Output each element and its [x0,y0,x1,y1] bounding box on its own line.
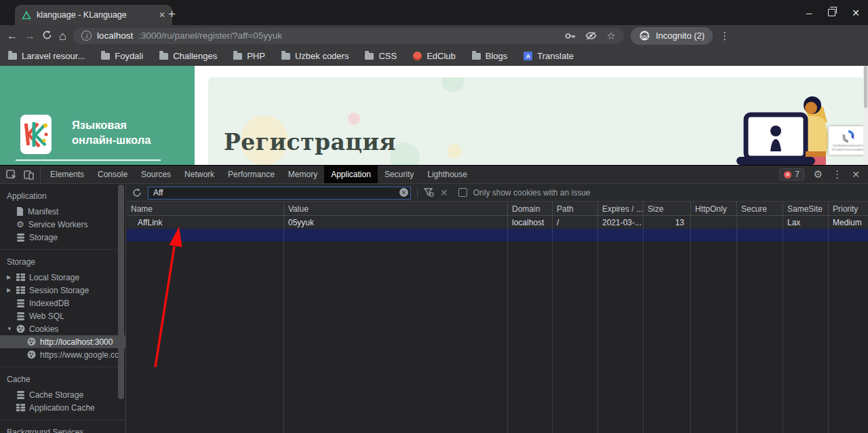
delete-cookies-icon[interactable]: ✕ [440,187,448,198]
refresh-cookies-icon[interactable] [132,188,142,197]
page-info-icon[interactable]: i [81,31,92,41]
clear-filter-icon[interactable]: ✕ [399,188,408,197]
bookmark-label: PHP [247,51,265,61]
sidebar-item-service-workers[interactable]: ⚙Service Workers [0,218,125,231]
cookie-cell[interactable]: 2021-03-... [598,216,643,229]
disclosure-down-icon[interactable]: ▼ [7,326,12,332]
database-icon [16,233,25,242]
bookmark-css[interactable]: CSS [365,51,397,61]
klanguage-logo[interactable] [20,115,52,154]
cookie-cell[interactable] [737,216,783,229]
reload-button[interactable] [42,30,52,42]
column-header[interactable]: Domain [508,202,552,216]
column-header[interactable]: SameSite [783,202,828,216]
devtools-settings-icon[interactable]: ⚙ [814,168,823,181]
devtools-tab-lighthouse[interactable]: Lighthouse [420,166,474,183]
cookie-filter-input[interactable] [148,187,411,200]
cookie-filter: ✕ [148,186,411,199]
browser-tab[interactable]: klanguage - KLanguage ✕ [15,5,172,25]
sidebar-item-local-storage[interactable]: ▶Local Storage [0,271,125,284]
devtools-tab-security[interactable]: Security [378,166,420,183]
sidebar-item-cache-storage[interactable]: Cache Storage [0,388,125,401]
forward-button[interactable]: → [24,31,35,41]
devtools-tab-performance[interactable]: Performance [221,166,281,183]
column-samesite: SameSiteLax [783,202,829,433]
section-header: Cache [0,370,125,388]
column-header[interactable]: Size [644,202,690,216]
sidebar-item-cookies[interactable]: ▼Cookies [0,322,125,335]
cookie-cell[interactable]: AffLink [127,216,283,229]
sidebar-item-web-sql[interactable]: Web SQL [0,309,125,322]
inspect-element-icon[interactable] [6,170,17,180]
bookmark-foydali[interactable]: Foydali [101,51,143,61]
issue-filter-label[interactable]: Only show cookies with an issue [473,188,591,197]
devtools-tab-memory[interactable]: Memory [281,166,324,183]
cookie-cell[interactable]: Lax [783,216,828,229]
close-window-button[interactable]: ✕ [852,7,860,18]
sidebar-item-label: Session Storage [29,286,89,295]
home-button[interactable]: ⌂ [59,30,66,42]
disclosure-right-icon[interactable]: ▶ [7,274,12,280]
incognito-badge[interactable]: Incognito (2) [631,27,713,45]
issue-filter-checkbox[interactable] [458,188,467,197]
devtools-menu-icon[interactable]: ⋮ [832,168,842,181]
restore-button[interactable] [828,9,835,16]
devtools-sidebar: ApplicationManifest⚙Service WorkersStora… [0,184,126,433]
devtools-tab-application[interactable]: Application [324,166,378,183]
device-toolbar-icon[interactable] [24,170,34,180]
filter-funnel-icon[interactable] [424,188,434,197]
column-header[interactable]: Priority [829,202,868,216]
recaptcha-terms[interactable]: Условия использования [831,148,865,151]
sidebar-scrollbar[interactable] [118,185,124,399]
sidebar-item-session-storage[interactable]: ▶Session Storage [0,284,125,297]
column-header[interactable]: HttpOnly [691,202,736,216]
key-icon[interactable] [565,32,576,40]
bookmark-laravel-resour[interactable]: Laravel resour... [8,51,85,61]
bookmark-edclub[interactable]: EdClub [413,51,456,61]
column-header[interactable]: Value [284,202,507,216]
column-header[interactable]: Path [553,202,597,216]
disclosure-right-icon[interactable]: ▶ [7,287,12,293]
eye-off-icon[interactable] [585,31,597,40]
back-button[interactable]: ← [7,31,18,41]
sidebar-item-manifest[interactable]: Manifest [0,205,125,218]
devtools-tab-sources[interactable]: Sources [134,166,178,183]
cookie-cell[interactable]: / [553,216,597,229]
sidebar-item-application-cache[interactable]: Application Cache [0,401,125,414]
bookmark-blogs[interactable]: Blogs [472,51,508,61]
cookie-cell[interactable]: 13 [644,216,690,229]
sidebar-section-storage: Storage▶Local Storage▶Session StorageInd… [0,249,125,366]
url-bar[interactable]: i localhost :3000/ru/panel/register/?aff… [73,28,624,44]
sidebar-item-https-www-google-cor[interactable]: https://www.google.cor [0,348,125,361]
column-header[interactable]: Expires / ... [598,202,643,216]
tab-title: klanguage - KLanguage [37,10,153,20]
column-header[interactable]: Secure [737,202,783,216]
page-scrollbar[interactable] [863,66,868,165]
minimize-button[interactable]: – [806,7,812,18]
cookie-cell[interactable]: Medium [829,216,868,229]
sidebar-item-storage[interactable]: Storage [0,231,125,244]
devtools-tab-elements[interactable]: Elements [43,166,91,183]
bookmark-translate[interactable]: ATranslate [524,51,574,61]
devtools-close-icon[interactable]: ✕ [852,169,860,180]
bookmark-uzbek-coders[interactable]: Uzbek coders [281,51,349,61]
devtools-tab-network[interactable]: Network [178,166,221,183]
sidebar-item-indexeddb[interactable]: IndexedDB [0,297,125,309]
sidebar-item-http-localhost-3000[interactable]: http://localhost:3000 [0,335,125,348]
recaptcha-privacy[interactable]: Конфиденциальность [833,144,864,147]
new-tab-button[interactable]: + [168,5,176,23]
tab-close-icon[interactable]: ✕ [159,10,165,20]
column-header[interactable]: Name [127,202,283,216]
recaptcha-badge[interactable]: Конфиденциальность Условия использования [829,126,868,155]
bookmark-challenges[interactable]: Challenges [159,51,217,61]
error-badge[interactable]: ✕ 7 [779,168,804,181]
cookie-cell[interactable] [691,216,736,229]
site-sidebar: Языковая онлайн-школа [0,66,195,165]
bookmark-star-icon[interactable]: ☆ [606,30,615,42]
table-icon [16,286,25,294]
bookmark-php[interactable]: PHP [233,51,265,61]
cookie-cell[interactable]: localhost [508,216,552,229]
devtools-tab-console[interactable]: Console [91,166,134,183]
browser-menu-icon[interactable]: ⋮ [719,30,730,42]
cookie-cell[interactable]: 05yyuk [284,216,507,229]
